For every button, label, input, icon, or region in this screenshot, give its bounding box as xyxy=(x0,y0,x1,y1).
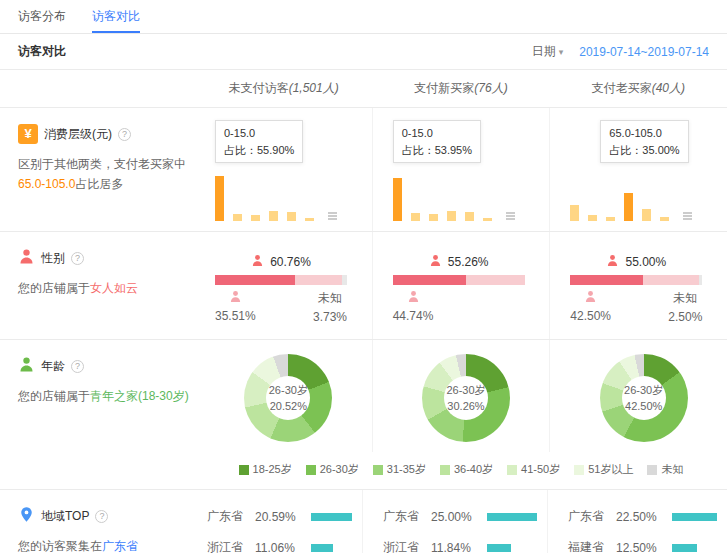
region-title: 地域TOP xyxy=(41,508,89,525)
male-percent: 42.50% xyxy=(570,309,611,323)
region-row: 福建省 12.50% xyxy=(568,539,717,553)
province-name: 广东省 xyxy=(383,508,431,525)
stack-segment xyxy=(393,275,466,285)
donut-center-label: 26-30岁 xyxy=(446,382,485,399)
bar xyxy=(660,217,669,221)
tab-visitor-distribution[interactable]: 访客分布 xyxy=(18,0,66,33)
province-bar xyxy=(311,513,352,521)
age-title: 年龄 xyxy=(41,358,65,375)
consume-bar-chart xyxy=(393,171,540,221)
legend-label: 26-30岁 xyxy=(320,462,359,477)
tooltip-range: 0-15.0 xyxy=(224,125,294,142)
page-title: 访客对比 xyxy=(18,43,66,60)
gender-stacked-bar xyxy=(215,275,347,285)
province-bar xyxy=(672,513,717,521)
donut-center-value: 30.26% xyxy=(447,398,484,415)
tooltip-range: 65.0-105.0 xyxy=(609,125,679,142)
female-percent: 60.76% xyxy=(270,255,311,269)
province-name: 广东省 xyxy=(207,508,255,525)
date-range[interactable]: 2019-07-14~2019-07-14 xyxy=(579,45,709,59)
legend-item: 31-35岁 xyxy=(373,462,426,477)
stack-segment xyxy=(570,275,643,285)
help-icon[interactable]: ? xyxy=(95,510,108,523)
column-count: (40人) xyxy=(652,81,685,95)
gender-bottom-row: 42.50% 未知 2.50% xyxy=(570,290,702,324)
help-icon[interactable]: ? xyxy=(118,128,131,141)
stack-segment xyxy=(342,275,347,285)
gender-title: 性别 xyxy=(41,250,65,267)
gender-female-row: 55.00% xyxy=(570,254,702,270)
stack-segment xyxy=(699,275,702,285)
male-percent: 44.74% xyxy=(393,309,434,323)
unknown-label: 未知 xyxy=(673,290,697,307)
region-row: 广东省 22.50% xyxy=(568,508,717,525)
row-age: 年龄 ? 您的店铺属于青年之家(18-30岁) 26-30岁 20.52% xyxy=(0,340,727,490)
layers-icon xyxy=(328,212,337,221)
legend-item: 未知 xyxy=(647,462,683,477)
gender-label-line: 性别 ? xyxy=(18,248,191,268)
region-list: 广东省 22.50% 福建省 12.50% xyxy=(568,508,717,553)
app-root: 访客分布 访客对比 访客对比 日期▾ 2019-07-14~2019-07-14… xyxy=(0,0,727,553)
age-charts-area: 26-30岁 20.52% 26-30岁 30.26% xyxy=(195,340,727,489)
gender-female-row: 60.76% xyxy=(215,254,347,270)
province-name: 浙江省 xyxy=(383,539,431,553)
female-icon xyxy=(606,254,619,270)
age-cell-unpaid: 26-30岁 20.52% xyxy=(195,340,372,452)
stack-segment xyxy=(466,275,525,285)
bar xyxy=(624,193,633,221)
age-cell-new-buyers: 26-30岁 30.26% xyxy=(372,340,550,452)
female-icon xyxy=(429,254,442,270)
row-region-top: 地域TOP ? 您的访客聚集在广东省 广东省 20.59% 浙江省 11.06% xyxy=(0,490,727,553)
gender-male-block: 35.51% xyxy=(215,290,256,324)
chevron-down-icon: ▾ xyxy=(559,47,564,57)
tooltip-range: 0-15.0 xyxy=(402,125,472,142)
province-bar xyxy=(487,544,511,552)
stack-segment xyxy=(215,275,295,285)
gender-cell-old-buyers: 55.00% 42.50% 未知 2.50% xyxy=(549,232,727,339)
help-icon[interactable]: ? xyxy=(71,360,84,373)
legend-swatch xyxy=(239,465,249,475)
consume-cell-unpaid: 0-15.0 占比：55.90% xyxy=(195,108,372,231)
region-list: 广东省 25.00% 浙江省 11.84% xyxy=(383,508,537,553)
donut-center: 26-30岁 42.50% xyxy=(622,376,666,420)
age-donut-chart: 26-30岁 42.50% xyxy=(600,354,688,442)
legend-label: 51岁以上 xyxy=(588,462,633,477)
legend-item: 18-25岁 xyxy=(239,462,292,477)
tab-visitor-compare[interactable]: 访客对比 xyxy=(92,0,140,33)
gender-male-block: 42.50% xyxy=(570,290,611,324)
region-desc-highlight: 广东省 xyxy=(102,539,138,553)
gender-unknown-block: 未知 2.50% xyxy=(668,290,702,324)
legend-swatch xyxy=(306,465,316,475)
legend-label: 41-50岁 xyxy=(521,462,560,477)
province-name: 浙江省 xyxy=(207,539,255,553)
date-dropdown[interactable]: 日期▾ xyxy=(532,43,564,60)
legend-swatch xyxy=(440,465,450,475)
legend-label: 31-35岁 xyxy=(387,462,426,477)
region-cell-unpaid: 广东省 20.59% 浙江省 11.06% xyxy=(187,490,362,553)
legend-item: 41-50岁 xyxy=(507,462,560,477)
legend-label: 36-40岁 xyxy=(454,462,493,477)
gender-stacked-bar xyxy=(570,275,702,285)
gender-bottom-row: 44.74% xyxy=(393,290,525,323)
region-desc-prefix: 您的访客聚集在 xyxy=(18,539,102,553)
bar xyxy=(588,215,597,221)
province-name: 福建省 xyxy=(568,539,616,553)
consume-cell-new-buyers: 0-15.0 占比：53.95% xyxy=(372,108,550,231)
bar xyxy=(570,205,579,221)
region-cell-old-buyers: 广东省 22.50% 福建省 12.50% xyxy=(547,490,727,553)
help-icon[interactable]: ? xyxy=(71,252,84,265)
gender-chart: 55.00% 42.50% 未知 2.50% xyxy=(570,254,702,324)
province-bar xyxy=(672,544,697,552)
unknown-percent: 3.73% xyxy=(313,310,347,324)
column-headers: 未支付访客(1,501人) 支付新买家(76人) 支付老买家(40人) xyxy=(0,70,727,108)
bar xyxy=(465,212,474,221)
legend-item: 26-30岁 xyxy=(306,462,359,477)
legend-item: 36-40岁 xyxy=(440,462,493,477)
bar xyxy=(393,178,402,221)
date-dropdown-label: 日期 xyxy=(532,44,556,58)
province-percent: 12.50% xyxy=(616,541,668,553)
column-header-old-buyers: 支付老买家(40人) xyxy=(550,80,727,97)
province-percent: 25.00% xyxy=(431,510,483,524)
age-legend: 18-25岁26-30岁31-35岁36-40岁41-50岁51岁以上未知 xyxy=(195,452,727,489)
unknown-label: 未知 xyxy=(318,290,342,307)
